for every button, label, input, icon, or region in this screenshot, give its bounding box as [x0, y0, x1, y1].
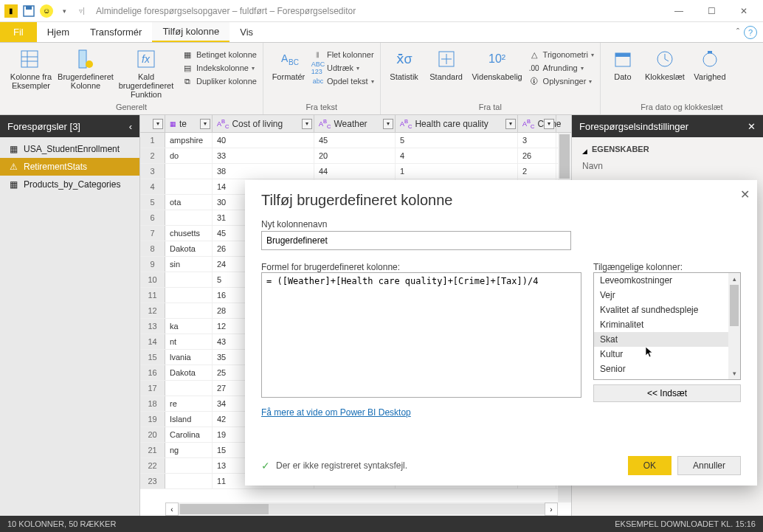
available-column-item[interactable]: Kultur [594, 347, 740, 362]
insert-column-button[interactable]: << Indsæt [593, 384, 741, 402]
index-column-button[interactable]: ▤ Indekskolonne▾ [182, 62, 257, 74]
table-menu-icon[interactable]: ▾ [153, 119, 163, 129]
cell[interactable]: do [165, 148, 213, 163]
close-settings-icon[interactable]: ✕ [748, 121, 756, 132]
available-column-item[interactable]: Leveomkostninger [594, 273, 740, 288]
cell[interactable]: Carolina [165, 427, 213, 442]
cell[interactable]: chusetts [165, 226, 213, 241]
format-button[interactable]: ABC Formatér [269, 47, 308, 81]
feedback-icon[interactable]: ☺ [38, 3, 55, 19]
merge-columns-button[interactable]: ⫴ Flet kolonner [312, 49, 374, 61]
scientific-button[interactable]: 10² Videnskabelig [471, 47, 524, 81]
cell[interactable]: 1 [396, 164, 518, 179]
cell[interactable] [165, 210, 213, 225]
column-header[interactable]: ▦te▾ [165, 115, 213, 132]
available-scroll-thumb[interactable] [730, 285, 739, 326]
available-column-item[interactable]: Vejr [594, 288, 740, 303]
available-columns-list[interactable]: LeveomkostningerVejrKvalitet af sundheds… [593, 272, 741, 380]
cell[interactable]: 5 [396, 133, 518, 148]
column-dropdown-icon[interactable]: ▾ [544, 119, 554, 129]
cell[interactable]: sin [165, 257, 213, 272]
table-row[interactable]: 1ampshire404553 [140, 133, 571, 148]
cell[interactable]: 38 [213, 164, 314, 179]
column-header[interactable]: ABCWeather▾ [314, 115, 396, 132]
cell[interactable]: ampshire [165, 133, 213, 148]
cell[interactable]: lvania [165, 350, 213, 365]
column-header[interactable]: ABCCrime▾ [518, 115, 556, 132]
query-item[interactable]: ▦USA_StudentEnrollment [0, 140, 139, 158]
column-from-examples-button[interactable]: Kolonne fra Eksempler [6, 47, 56, 90]
cell[interactable]: 26 [518, 148, 556, 163]
available-column-item[interactable]: Kvalitet af sundhedspleje [594, 303, 740, 317]
cell[interactable]: re [165, 396, 213, 411]
dialog-close-icon[interactable]: ✕ [740, 187, 750, 201]
cell[interactable] [165, 164, 213, 179]
cell[interactable] [165, 458, 213, 473]
cell[interactable] [165, 474, 213, 488]
learn-more-link[interactable]: Få mere at vide om Power BI Desktop [261, 407, 411, 418]
column-dropdown-icon[interactable]: ▾ [505, 119, 516, 129]
extract-button[interactable]: ABC123 Udtræk▾ [312, 62, 374, 74]
invoke-function-button[interactable]: fx Kald brugerdefineret Funktion [115, 47, 177, 99]
cell[interactable]: 33 [213, 148, 314, 163]
scroll-up-icon[interactable]: ▴ [728, 273, 740, 285]
column-header[interactable]: ABCCost of living▾ [213, 115, 314, 132]
cell[interactable]: nt [165, 334, 213, 349]
collapse-section-icon[interactable]: ◢ [582, 148, 587, 155]
tab-transform[interactable]: Transformér [80, 22, 152, 42]
cell[interactable]: 45 [314, 133, 396, 148]
scroll-left-icon[interactable]: ‹ [165, 502, 179, 516]
statistics-button[interactable]: x̄σ Statistik [387, 47, 422, 81]
ok-button[interactable]: OK [628, 456, 671, 475]
duration-button[interactable]: Varighed [691, 47, 729, 81]
cell[interactable] [165, 381, 213, 395]
cell[interactable]: 3 [518, 133, 556, 148]
tab-add-column[interactable]: Tilføj kolonne [152, 22, 229, 42]
trig-button[interactable]: △ Trigonometri▾ [528, 49, 594, 61]
maximize-button[interactable]: ☐ [695, 1, 728, 21]
available-scrollbar[interactable]: ▴ ▾ [728, 273, 740, 379]
tab-home[interactable]: Hjem [37, 22, 80, 42]
cell[interactable] [165, 179, 213, 194]
available-column-item[interactable]: Skat [594, 332, 740, 347]
conditional-column-button[interactable]: ▦ Betinget kolonne [182, 49, 257, 61]
available-column-item[interactable]: Senior [594, 362, 740, 376]
horizontal-scrollbar[interactable]: ‹ › [165, 502, 558, 516]
rounding-button[interactable]: .00 Afrunding▾ [528, 62, 594, 74]
available-column-item[interactable]: Kriminalitet [594, 317, 740, 332]
cell[interactable]: Dakota [165, 365, 213, 380]
column-dropdown-icon[interactable]: ▾ [383, 119, 393, 129]
time-button[interactable]: Klokkeslæt [643, 47, 686, 81]
date-button[interactable]: Dato [607, 47, 639, 81]
close-button[interactable]: ✕ [728, 1, 760, 21]
scroll-right-icon[interactable]: › [545, 502, 558, 516]
help-icon[interactable]: ? [744, 26, 757, 39]
cell[interactable]: 40 [213, 133, 314, 148]
collapse-queries-icon[interactable]: ‹ [129, 121, 132, 132]
tab-view[interactable]: Vis [229, 22, 263, 42]
minimize-button[interactable]: — [663, 1, 695, 21]
collapse-ribbon-icon[interactable]: ˆ [736, 27, 739, 38]
column-dropdown-icon[interactable]: ▾ [302, 119, 312, 129]
cell[interactable]: Island [165, 412, 213, 426]
info-button[interactable]: 🛈 Oplysninger▾ [528, 75, 594, 87]
query-item[interactable]: ⚠RetirementStats [0, 158, 139, 176]
column-dropdown-icon[interactable]: ▾ [200, 119, 210, 129]
custom-column-button[interactable]: Brugerdefineret Kolonne [61, 47, 111, 90]
hscroll-thumb[interactable] [180, 504, 269, 514]
save-icon[interactable] [21, 3, 37, 19]
new-column-name-input[interactable] [261, 231, 571, 250]
table-row[interactable]: 3384412 [140, 164, 571, 179]
cell[interactable]: ng [165, 443, 213, 457]
cell[interactable]: 44 [314, 164, 396, 179]
cell[interactable]: 20 [314, 148, 396, 163]
cell[interactable]: Dakota [165, 241, 213, 256]
scroll-thumb[interactable] [559, 134, 570, 179]
cell[interactable]: 4 [396, 148, 518, 163]
qat-dropdown-icon[interactable]: ▾ [56, 3, 72, 19]
cell[interactable]: ota [165, 195, 213, 210]
column-header[interactable]: ABCHealth care quality▾ [396, 115, 518, 132]
parse-button[interactable]: abc Opdel tekst▾ [312, 75, 374, 87]
duplicate-column-button[interactable]: ⧉ Dupliker kolonne [182, 75, 257, 87]
cell[interactable]: 2 [518, 164, 556, 179]
